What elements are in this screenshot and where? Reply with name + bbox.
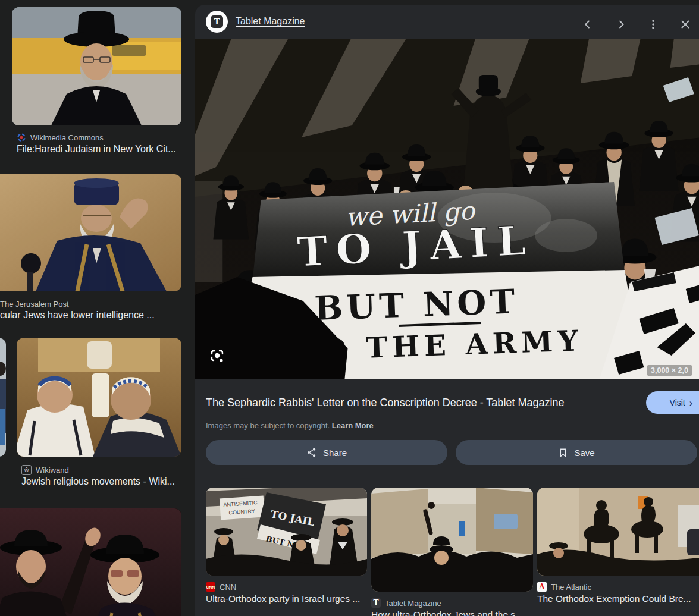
copyright-notice: Images may be subject to copyright. Lear…: [206, 421, 374, 430]
thumbnail-image: ANTISEMITIC COUNTRY TO JAIL BUT NOT: [206, 488, 367, 576]
result-source-row[interactable]: The Jerusalem Post: [0, 298, 69, 309]
more-options-button[interactable]: [641, 12, 665, 36]
image-title: The Sephardic Rabbis' Letter on the Cons…: [206, 395, 640, 410]
related-title[interactable]: The Orthodox Exemption Could Bre...: [537, 593, 699, 604]
tablet-magazine-favicon: T: [371, 598, 381, 608]
site-favicon: T: [206, 11, 228, 33]
share-icon: [306, 447, 317, 458]
related-thumbnail-tablet[interactable]: [371, 488, 533, 592]
close-panel-button[interactable]: [673, 12, 697, 36]
thumbnail-image: [12, 7, 181, 125]
result-title[interactable]: cular Jews have lower intelligence ...: [0, 310, 182, 320]
site-name-link[interactable]: Tablet Magazine: [236, 16, 305, 27]
save-label: Save: [574, 448, 594, 458]
visit-label: Visit: [670, 398, 685, 407]
visit-chevron-icon: ›: [689, 398, 693, 408]
next-image-button[interactable]: [609, 12, 633, 36]
share-label: Share: [323, 448, 347, 458]
related-source-label: Tablet Magazine: [385, 599, 441, 608]
related-thumbnail-cnn[interactable]: ANTISEMITIC COUNTRY TO JAIL BUT NOT: [206, 488, 367, 576]
thumbnail-image: [0, 508, 181, 616]
related-source-label: CNN: [220, 583, 236, 592]
wikiwand-icon: ŵ: [21, 465, 32, 475]
result-thumbnail-rabbi-microphone[interactable]: [0, 174, 181, 291]
result-source-row[interactable]: ŵ Wikiwand: [21, 464, 69, 475]
banner-line-but-not: BUT NOT: [314, 281, 519, 328]
cnn-favicon: CNN: [206, 582, 215, 592]
result-thumbnail-partial[interactable]: [0, 338, 6, 457]
chevron-left-icon: [581, 18, 594, 31]
result-source-label: Wikiwand: [36, 466, 69, 474]
result-source-label: Wikimedia Commons: [30, 133, 104, 142]
copyright-text: Images may be subject to copyright.: [206, 421, 330, 430]
result-title[interactable]: File:Haredi Judaism in New York Cit...: [17, 144, 182, 155]
save-button[interactable]: Save: [456, 440, 697, 465]
thumbnail-image: [0, 174, 181, 291]
google-lens-icon: [209, 348, 225, 364]
close-icon: [679, 18, 692, 31]
image-dimensions-label: 3,000 × 2,0: [647, 365, 692, 376]
result-thumbnail-torah-reading[interactable]: [17, 338, 181, 457]
related-thumbnail-atlantic[interactable]: [537, 488, 699, 576]
image-preview-panel: T Tablet Magazine: [195, 5, 699, 616]
result-source-row[interactable]: Wikimedia Commons: [17, 132, 104, 143]
the-atlantic-favicon: A: [537, 582, 547, 592]
result-title[interactable]: Jewish religious movements - Wiki...: [21, 476, 182, 487]
related-title[interactable]: How ultra-Orthodox Jews and the s...: [371, 609, 533, 616]
share-button[interactable]: Share: [206, 440, 447, 465]
related-source-row[interactable]: CNN CNN: [206, 582, 236, 592]
antisemitic-country-sign: ANTISEMITIC COUNTRY: [220, 495, 265, 520]
result-source-label: The Jerusalem Post: [0, 300, 69, 309]
google-lens-button[interactable]: [209, 348, 225, 364]
bookmark-icon: [558, 448, 568, 458]
result-thumbnail-rabbis-pointing[interactable]: [0, 508, 181, 616]
previous-image-button[interactable]: [576, 12, 600, 36]
more-vert-icon: [647, 18, 659, 30]
main-preview-image[interactable]: we will go TO JAIL BUT NOT TO THE ARMY: [195, 39, 699, 379]
thumbnail-image: [0, 338, 6, 457]
tablet-magazine-favicon-letter: T: [211, 15, 223, 28]
related-title[interactable]: Ultra-Orthodox party in Israel urges ...: [206, 593, 368, 604]
protest-photo: we will go TO JAIL BUT NOT TO THE ARMY: [195, 39, 699, 379]
google-images-dark-screen: Wikimedia Commons File:Haredi Judaism in…: [0, 0, 699, 616]
related-source-row[interactable]: A The Atlantic: [537, 582, 591, 592]
thumbnail-image: [371, 488, 533, 592]
related-source-label: The Atlantic: [551, 583, 591, 592]
thumbnail-image: [17, 338, 181, 457]
wikimedia-commons-icon: [17, 133, 26, 142]
result-thumbnail-haredi-nyc[interactable]: [12, 7, 181, 125]
learn-more-link[interactable]: Learn More: [332, 421, 374, 430]
related-source-row[interactable]: T Tablet Magazine: [371, 598, 441, 608]
thumbnail-image: [537, 488, 699, 576]
visit-button[interactable]: Visit ›: [646, 391, 699, 414]
chevron-right-icon: [615, 18, 628, 31]
